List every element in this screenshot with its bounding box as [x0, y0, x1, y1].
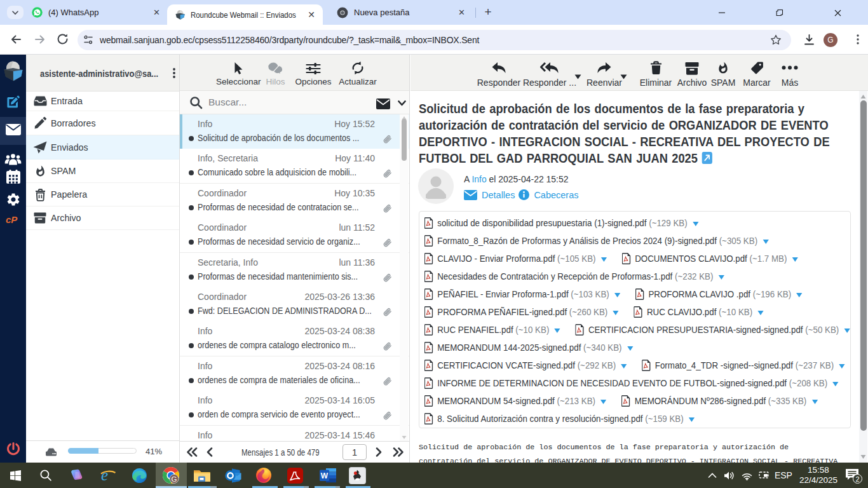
svg-text:e: e [101, 467, 108, 484]
svg-text:G: G [172, 475, 177, 483]
svg-text:W: W [320, 471, 328, 480]
svg-text:cP: cP [6, 214, 18, 225]
